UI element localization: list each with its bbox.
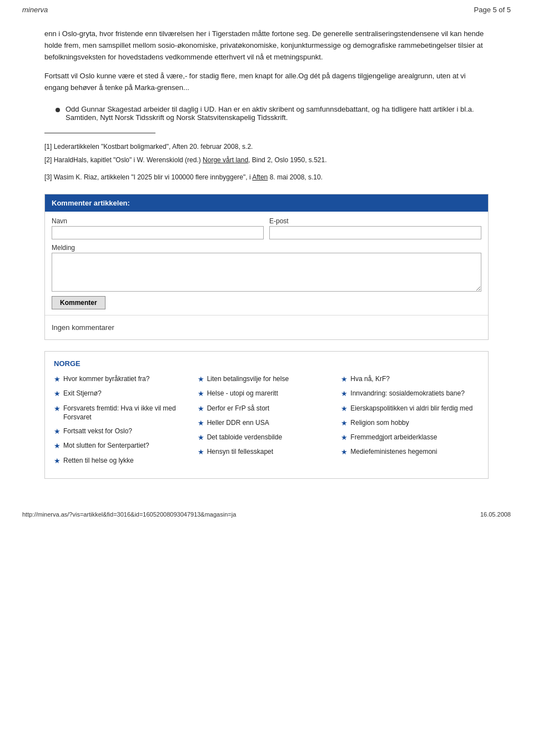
norge-item-label: Det tabloide verdensbilde	[207, 433, 282, 442]
star-icon: ★	[54, 404, 61, 414]
star-icon: ★	[341, 447, 348, 457]
site-name: minerva	[22, 6, 48, 14]
norge-list-item[interactable]: ★Exit Stjernø?	[54, 389, 192, 399]
kommenter-button[interactable]: Kommenter	[52, 296, 105, 309]
norge-col-2: ★Liten betalingsvilje for helse★Helse - …	[198, 374, 336, 470]
melding-label: Melding	[52, 244, 481, 252]
star-icon: ★	[341, 418, 348, 428]
norge-list-item[interactable]: ★Mediefeministenes hegemoni	[341, 447, 479, 457]
norge-item-label: Mediefeministenes hegemoni	[350, 447, 437, 457]
footnote-3-underline: Aften	[252, 173, 268, 181]
norge-title: NORGE	[54, 359, 479, 368]
norge-item-label: Eierskapspolitikken vi aldri blir ferdig…	[350, 404, 472, 413]
norge-list-item[interactable]: ★Hva nå, KrF?	[341, 374, 479, 384]
star-icon: ★	[198, 404, 204, 414]
divider-line	[44, 133, 155, 133]
melding-textarea[interactable]	[52, 253, 481, 292]
bullet-text: Odd Gunnar Skagestad arbeider til daglig…	[66, 105, 489, 122]
star-icon: ★	[341, 433, 348, 443]
page-header: minerva Page 5 of 5	[0, 0, 533, 17]
norge-list-item[interactable]: ★Helse - utopi og mareritt	[198, 389, 336, 399]
star-icon: ★	[54, 427, 61, 437]
footer-url: http://minerva.as/?vis=artikkel&fid=3016…	[22, 511, 236, 518]
norge-list-item[interactable]: ★Eierskapspolitikken vi aldri blir ferdi…	[341, 404, 479, 414]
bullet-dot	[56, 108, 60, 112]
norge-item-label: Derfor er FrP så stort	[207, 404, 269, 413]
article-paragraph-2: Fortsatt vil Oslo kunne være et sted å v…	[44, 71, 489, 94]
norge-item-label: Mot slutten for Senterpartiet?	[63, 441, 149, 450]
norge-list-item[interactable]: ★Fortsatt vekst for Oslo?	[54, 427, 192, 437]
norge-columns: ★Hvor kommer byråkratiet fra?★Exit Stjer…	[54, 374, 479, 470]
bullet-section: Odd Gunnar Skagestad arbeider til daglig…	[56, 105, 489, 122]
footnote-2-underline: Norge vårt land	[203, 156, 248, 164]
norge-item-label: Innvandring: sosialdemokratiets bane?	[350, 389, 464, 398]
norge-list-item[interactable]: ★Innvandring: sosialdemokratiets bane?	[341, 389, 479, 399]
epost-label: E-post	[269, 217, 481, 225]
comment-section: Kommenter artikkelen: Navn E-post Meldin…	[44, 194, 489, 340]
footnotes: [1] Lederartikkelen "Kostbart boligmarke…	[44, 141, 489, 183]
article-paragraph-1: enn i Oslo-gryta, hvor fristende enn til…	[44, 28, 489, 63]
navn-field-container: Navn	[52, 217, 264, 239]
norge-list-item[interactable]: ★Retten til helse og lykke	[54, 456, 192, 466]
norge-item-label: Fremmedgjort arbeiderklasse	[350, 433, 437, 442]
norge-list-item[interactable]: ★Det tabloide verdensbilde	[198, 433, 336, 443]
norge-list-item[interactable]: ★Liten betalingsvilje for helse	[198, 374, 336, 384]
star-icon: ★	[198, 433, 204, 443]
comment-header: Kommenter artikkelen:	[45, 194, 488, 212]
norge-col-1: ★Hvor kommer byråkratiet fra?★Exit Stjer…	[54, 374, 192, 470]
norge-item-label: Religion som hobby	[350, 418, 409, 428]
page-footer: http://minerva.as/?vis=artikkel&fid=3016…	[0, 507, 533, 522]
star-icon: ★	[198, 447, 204, 457]
star-icon: ★	[54, 456, 61, 466]
no-comments-text: Ingen kommentarer	[45, 315, 488, 339]
star-icon: ★	[198, 374, 204, 384]
norge-list-item[interactable]: ★Hensyn til fellesskapet	[198, 447, 336, 457]
norge-item-label: Liten betalingsvilje for helse	[207, 374, 289, 384]
comment-form: Navn E-post Melding Kommenter	[45, 212, 488, 315]
norge-item-label: Hensyn til fellesskapet	[207, 447, 273, 457]
melding-field-container: Melding	[52, 244, 481, 292]
navn-label: Navn	[52, 217, 264, 225]
bullet-item: Odd Gunnar Skagestad arbeider til daglig…	[56, 105, 489, 122]
norge-item-label: Hva nå, KrF?	[350, 374, 390, 384]
star-icon: ★	[198, 389, 204, 399]
star-icon: ★	[341, 389, 348, 399]
star-icon: ★	[198, 418, 204, 428]
norge-item-label: Hvor kommer byråkratiet fra?	[63, 374, 149, 384]
norge-col-3: ★Hva nå, KrF?★Innvandring: sosialdemokra…	[341, 374, 479, 470]
page-indicator: Page 5 of 5	[474, 6, 511, 14]
norge-item-label: Fortsatt vekst for Oslo?	[63, 427, 132, 436]
footer-date: 16.05.2008	[480, 511, 511, 518]
norge-item-label: Exit Stjernø?	[63, 389, 102, 398]
navn-input[interactable]	[52, 226, 264, 239]
norge-list-item[interactable]: ★Religion som hobby	[341, 418, 479, 428]
norge-list-item[interactable]: ★Fremmedgjort arbeiderklasse	[341, 433, 479, 443]
star-icon: ★	[54, 389, 61, 399]
norge-item-label: Forsvarets fremtid: Hva vi ikke vil med …	[63, 404, 192, 423]
form-row-name-email: Navn E-post	[52, 217, 481, 239]
norge-list-item[interactable]: ★Forsvarets fremtid: Hva vi ikke vil med…	[54, 404, 192, 423]
star-icon: ★	[54, 374, 61, 384]
norge-list-item[interactable]: ★Heller DDR enn USA	[198, 418, 336, 428]
epost-input[interactable]	[269, 226, 481, 239]
footnote-1: [1] Lederartikkelen "Kostbart boligmarke…	[44, 141, 489, 152]
norge-section: NORGE ★Hvor kommer byråkratiet fra?★Exit…	[44, 351, 489, 479]
main-content: enn i Oslo-gryta, hvor fristende enn til…	[0, 17, 533, 495]
star-icon: ★	[54, 441, 61, 451]
footnote-2: [2] HaraldHals, kapitlet "Oslo" i W. Wer…	[44, 154, 489, 166]
norge-list-item[interactable]: ★Mot slutten for Senterpartiet?	[54, 441, 192, 451]
norge-item-label: Retten til helse og lykke	[63, 456, 134, 465]
norge-item-label: Helse - utopi og mareritt	[207, 389, 278, 398]
star-icon: ★	[341, 404, 348, 414]
norge-item-label: Heller DDR enn USA	[207, 418, 269, 428]
norge-list-item[interactable]: ★Hvor kommer byråkratiet fra?	[54, 374, 192, 384]
norge-list-item[interactable]: ★Derfor er FrP så stort	[198, 404, 336, 414]
footnote-3: [3] Wasim K. Riaz, artikkelen "I 2025 bl…	[44, 172, 489, 183]
star-icon: ★	[341, 374, 348, 384]
epost-field-container: E-post	[269, 217, 481, 239]
